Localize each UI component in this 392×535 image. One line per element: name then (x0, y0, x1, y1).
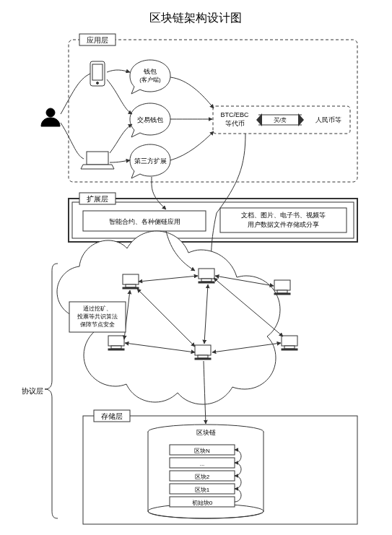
protocol-label: 协议层 (22, 387, 43, 395)
buy-sell-label: 买/卖 (274, 117, 287, 123)
third-ext-label: 第三方扩展 (134, 157, 167, 165)
consensus-l2: 投票等共识算法 (77, 313, 118, 320)
wallet-bubble: 钱包 (客户端) (130, 60, 170, 94)
svg-rect-16 (108, 349, 124, 350)
svg-point-3 (97, 82, 99, 84)
block-2: 区块2 (195, 474, 210, 480)
wallet-sublabel: (客户端) (139, 77, 161, 83)
edge-user-phone (61, 74, 90, 114)
chain-title: 区块链 (196, 429, 216, 436)
edge-user-laptop (61, 123, 84, 159)
user-icon (41, 108, 60, 126)
ext-right-label2: 用户数据文件存储或分享 (248, 221, 319, 228)
trade-wallet-bubble: 交易钱包 (130, 103, 170, 137)
block-n: 区块N (194, 448, 210, 454)
pc-node-3 (274, 280, 290, 295)
edge-laptop-third (110, 160, 130, 162)
pc-node-6 (282, 336, 297, 350)
wallet-label: 钱包 (143, 68, 157, 75)
token-label2: 等代币 (225, 120, 245, 127)
application-layer: 应用层 钱包 (客户端) 交易钱包 (41, 34, 357, 182)
storage-layer-label: 存储层 (101, 412, 123, 420)
block-1: 区块1 (195, 487, 210, 493)
storage-layer: 存储层 区块链 区块N ... 区块2 区块1 初始块0 (83, 410, 357, 524)
diagram-title: 区块链架构设计图 (149, 12, 242, 24)
third-ext-bubble: 第三方扩展 (130, 144, 170, 178)
svg-rect-14 (108, 336, 124, 346)
edge-phone-wallet (107, 70, 130, 72)
svg-rect-5 (123, 274, 139, 284)
svg-rect-21 (284, 346, 295, 349)
svg-rect-18 (198, 355, 208, 358)
svg-rect-7 (123, 287, 139, 289)
token-label: BTC/EBC (220, 111, 249, 118)
rmb-label: 人民币等 (315, 116, 341, 123)
trade-wallet-label: 交易钱包 (137, 116, 163, 123)
svg-rect-22 (282, 349, 297, 350)
app-layer-box (69, 40, 357, 182)
svg-rect-11 (274, 280, 290, 290)
block-0: 初始块0 (192, 500, 213, 506)
app-layer-label: 应用层 (87, 36, 108, 44)
svg-rect-2 (92, 64, 103, 80)
svg-rect-6 (126, 284, 136, 287)
ext-left-label: 智能合约、各种侧链应用 (109, 218, 180, 225)
svg-point-0 (46, 108, 55, 117)
laptop-icon (81, 152, 114, 169)
phone-icon (90, 61, 105, 86)
svg-rect-8 (199, 269, 214, 279)
svg-rect-17 (195, 345, 211, 355)
ext-layer-label: 扩展层 (87, 195, 108, 203)
svg-rect-19 (195, 358, 211, 360)
svg-rect-13 (274, 293, 290, 295)
edge-laptop-trade (110, 124, 132, 153)
svg-rect-10 (199, 282, 214, 283)
consensus-l3: 保障节点安全 (80, 321, 115, 328)
edge-app-to-ext-1 (152, 177, 166, 209)
svg-rect-15 (111, 346, 121, 349)
edge-third-exchange (170, 131, 214, 160)
block-dots: ... (200, 461, 205, 467)
network-layer: 网络层 通过挖矿、 投票等共识算法 保障节点安全 (57, 231, 297, 404)
svg-rect-4 (87, 152, 108, 165)
svg-rect-12 (277, 290, 287, 293)
edge-phone-trade (107, 79, 132, 114)
ext-right-label1: 文档、图片、电子书、视频等 (241, 212, 326, 219)
consensus-l1: 通过挖矿、 (83, 305, 112, 312)
edge-wallet-exchange (170, 77, 214, 108)
protocol-brace (45, 264, 58, 518)
svg-rect-9 (201, 279, 212, 282)
svg-rect-20 (282, 336, 297, 346)
